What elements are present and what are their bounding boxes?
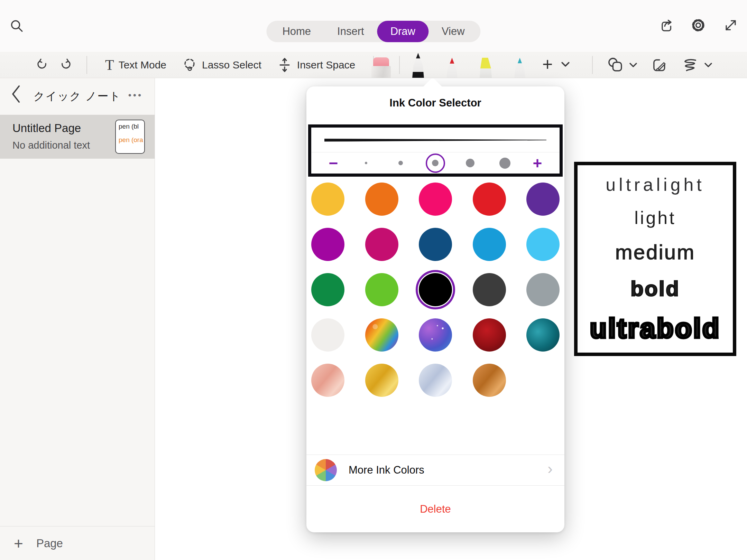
ribbon-right-group	[589, 52, 714, 78]
ink-sample-ultrabold: ultrabold	[590, 315, 720, 342]
swatch-blue[interactable]	[473, 228, 506, 261]
swatch-gold[interactable]	[365, 364, 398, 397]
swatch-dark-pink[interactable]	[365, 228, 398, 261]
stroke-size-dot-1[interactable]	[356, 153, 376, 173]
swatch-dark-blue[interactable]	[419, 228, 452, 261]
onenote-app: HomeInsertDrawView	[0, 0, 747, 560]
stroke-preview	[311, 128, 560, 152]
redo-button[interactable]	[54, 54, 76, 76]
ink-sample-ultralight: ultralight	[606, 176, 705, 194]
draw-ribbon: T Text Mode Lasso Select Insert Space	[0, 52, 747, 78]
ribbon-divider	[592, 56, 593, 74]
ribbon-tab-bar: HomeInsertDrawView	[266, 21, 480, 42]
swatch-rainbow-glitter[interactable]	[365, 318, 398, 352]
chevron-down-icon	[704, 62, 712, 68]
search-icon[interactable]	[8, 17, 26, 35]
swatch-galaxy[interactable]	[419, 318, 452, 352]
undo-button[interactable]	[32, 54, 54, 76]
thumbnail-ink-line: pen (ora	[119, 137, 144, 144]
stroke-size-dot-4[interactable]	[460, 153, 480, 173]
swatch-dark-gray[interactable]	[473, 273, 506, 306]
stroke-size-dot-2[interactable]	[391, 153, 411, 173]
add-page-label: Page	[36, 537, 63, 550]
popover-title: Ink Color Selector	[306, 86, 564, 109]
ink-scribble-icon	[681, 57, 700, 73]
fullscreen-expand-icon[interactable]	[723, 17, 739, 33]
eraser-tip	[373, 57, 389, 67]
stroke-width-panel: − +	[308, 124, 563, 177]
more-ink-colors-label: More Ink Colors	[349, 464, 424, 476]
delete-button[interactable]: Delete	[306, 486, 564, 532]
stroke-size-row: − +	[311, 152, 560, 174]
tab-insert[interactable]: Insert	[324, 21, 377, 42]
swatch-green[interactable]	[311, 273, 344, 306]
color-swatch-grid	[311, 183, 560, 397]
thumbnail-ink-line: pen (bl	[119, 123, 144, 130]
lasso-select-button[interactable]: Lasso Select	[182, 57, 261, 73]
pen-galaxy-teal[interactable]	[509, 58, 531, 78]
page-sidebar: クイック ノート ••• Untitled Page No additional…	[0, 78, 155, 560]
ribbon-divider	[86, 56, 87, 74]
stroke-size-dot-5[interactable]	[495, 153, 515, 173]
ink-color-selector-popover: Ink Color Selector − + More Ink Colors ›	[306, 86, 564, 532]
ink-replay-button[interactable]	[681, 57, 712, 73]
swatch-pink[interactable]	[419, 183, 452, 216]
swatch-yellow[interactable]	[311, 183, 344, 216]
swatch-orange[interactable]	[365, 183, 398, 216]
stroke-size-dot-3[interactable]	[426, 153, 445, 173]
text-mode-button[interactable]: T Text Mode	[105, 58, 166, 72]
increase-size-button[interactable]: +	[530, 155, 545, 171]
top-bar: HomeInsertDrawView	[0, 0, 747, 52]
shapes-button[interactable]	[607, 56, 637, 74]
tab-draw[interactable]: Draw	[377, 21, 428, 42]
back-chevron-icon[interactable]	[10, 84, 28, 109]
chevron-down-icon	[629, 62, 637, 68]
swatch-magenta[interactable]	[311, 228, 344, 261]
swatch-purple[interactable]	[526, 183, 560, 216]
ribbon-divider	[399, 56, 400, 74]
swatch-dark-red-marble[interactable]	[473, 318, 506, 352]
add-page-button[interactable]: + Page	[0, 526, 155, 560]
chevron-down-icon	[561, 61, 570, 67]
plus-icon: +	[542, 55, 553, 73]
delete-label: Delete	[420, 503, 451, 515]
eraser-tool[interactable]	[371, 57, 391, 78]
highlighter-yellow[interactable]	[475, 58, 497, 78]
lasso-icon	[182, 57, 197, 73]
popover-footer: More Ink Colors › Delete	[306, 455, 564, 532]
pen-black-selected[interactable]	[407, 53, 429, 78]
page-thumbnail: pen (blpen (ora	[115, 120, 145, 154]
swatch-red[interactable]	[473, 183, 506, 216]
lasso-select-label: Lasso Select	[202, 59, 261, 71]
swatch-silver[interactable]	[419, 364, 452, 397]
add-pen-button[interactable]: +	[542, 53, 570, 75]
text-mode-icon: T	[105, 58, 114, 72]
swatch-gray[interactable]	[526, 273, 560, 306]
swatch-light-green[interactable]	[365, 273, 398, 306]
swatch-rose-gold[interactable]	[311, 364, 344, 397]
page-list-item-selected[interactable]: Untitled Page No additional text pen (bl…	[0, 115, 155, 159]
insert-space-icon	[277, 57, 293, 73]
tab-home[interactable]: Home	[269, 21, 324, 42]
pen-tray: +	[371, 52, 570, 78]
sidebar-header: クイック ノート •••	[0, 78, 155, 115]
swatch-light-blue[interactable]	[526, 228, 560, 261]
swatch-teal-texture[interactable]	[526, 318, 560, 352]
swatch-bronze[interactable]	[473, 364, 506, 397]
color-wheel-icon	[315, 459, 337, 481]
tab-view[interactable]: View	[428, 21, 478, 42]
more-options-ellipsis-icon[interactable]: •••	[128, 90, 143, 101]
more-ink-colors-button[interactable]: More Ink Colors ›	[306, 455, 564, 485]
settings-gear-icon[interactable]	[690, 17, 706, 33]
pen-red[interactable]	[441, 58, 463, 78]
annotate-note-button[interactable]	[648, 54, 671, 76]
ink-sample-medium: medium	[615, 242, 695, 263]
share-icon[interactable]	[658, 17, 674, 33]
ink-sample-box: ultralightlightmediumboldultrabold	[574, 162, 736, 356]
insert-space-label: Insert Space	[297, 59, 355, 71]
chevron-right-icon: ›	[547, 460, 553, 477]
swatch-white[interactable]	[311, 318, 344, 352]
insert-space-button[interactable]: Insert Space	[277, 57, 355, 73]
decrease-size-button[interactable]: −	[326, 155, 341, 171]
swatch-black[interactable]	[419, 273, 452, 306]
